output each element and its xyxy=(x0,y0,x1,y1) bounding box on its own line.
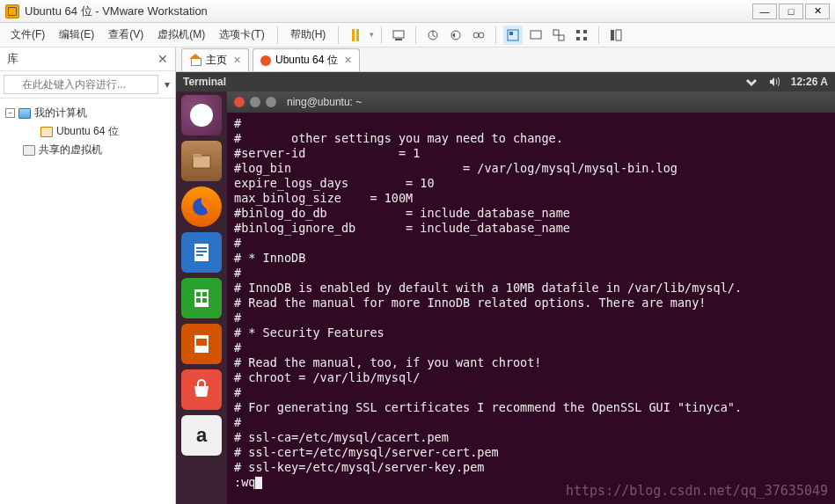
terminal-titlebar: ning@ubuntu: ~ xyxy=(227,91,835,113)
launcher-amazon-icon[interactable]: a xyxy=(181,415,222,456)
svg-rect-25 xyxy=(196,292,201,296)
vmware-icon xyxy=(5,4,19,18)
snapshot-revert-button[interactable] xyxy=(446,26,465,45)
menu-help[interactable]: 帮助(H) xyxy=(283,24,333,46)
svg-rect-11 xyxy=(576,30,580,33)
svg-rect-15 xyxy=(611,30,614,40)
svg-rect-23 xyxy=(196,254,203,256)
separator xyxy=(598,26,599,44)
computer-icon xyxy=(18,108,31,119)
launcher-files-icon[interactable] xyxy=(181,141,222,181)
svg-rect-0 xyxy=(393,31,404,38)
tab-home[interactable]: 主页 ✕ xyxy=(181,48,249,71)
svg-point-4 xyxy=(473,33,479,38)
panel-app-name: Terminal xyxy=(183,76,226,88)
vm-display[interactable]: Terminal 12:26 A xyxy=(176,72,835,504)
send-ctrl-alt-del-button[interactable] xyxy=(389,26,408,45)
svg-rect-17 xyxy=(193,156,210,168)
tree-vm-ubuntu[interactable]: Ubuntu 64 位 xyxy=(4,122,172,141)
window-titlebar: Ubuntu 64 位 - VMware Workstation — □ ✕ xyxy=(0,0,835,23)
power-dropdown[interactable]: ▼ xyxy=(367,31,376,39)
unity-button[interactable] xyxy=(549,26,568,45)
svg-rect-14 xyxy=(583,37,587,40)
clock[interactable]: 12:26 A xyxy=(791,76,828,88)
minimize-button[interactable]: — xyxy=(752,4,777,19)
launcher-impress-icon[interactable] xyxy=(181,324,222,364)
ubuntu-icon xyxy=(260,55,271,66)
window-title: Ubuntu 64 位 - VMware Workstation xyxy=(25,4,752,19)
terminal-maximize-button[interactable] xyxy=(266,97,276,107)
tree-shared-vms[interactable]: 共享的虚拟机 xyxy=(4,141,172,159)
ubuntu-top-panel: Terminal 12:26 A xyxy=(176,72,835,91)
separator xyxy=(277,26,278,44)
tree-shared-label: 共享的虚拟机 xyxy=(39,142,102,157)
tab-close-icon[interactable]: ✕ xyxy=(344,55,352,66)
menu-vm[interactable]: 虚拟机(M) xyxy=(150,24,212,46)
tab-home-label: 主页 xyxy=(206,53,227,68)
tab-ubuntu[interactable]: Ubuntu 64 位 ✕ xyxy=(253,48,360,71)
tab-close-icon[interactable]: ✕ xyxy=(233,55,241,66)
ubuntu-launcher: a xyxy=(176,91,227,504)
svg-rect-27 xyxy=(196,298,201,303)
menu-edit[interactable]: 编辑(E) xyxy=(52,24,101,46)
tree-root-label: 我的计算机 xyxy=(34,106,87,121)
svg-rect-13 xyxy=(576,37,580,40)
svg-rect-18 xyxy=(193,154,201,157)
svg-rect-21 xyxy=(196,247,207,249)
fullscreen-button[interactable] xyxy=(526,26,546,45)
thumbnail-button[interactable] xyxy=(572,26,591,45)
tree-vm-label: Ubuntu 64 位 xyxy=(56,124,119,139)
vm-tree: − 我的计算机 Ubuntu 64 位 共享的虚拟机 xyxy=(0,99,175,164)
terminal-close-button[interactable] xyxy=(234,97,245,107)
watermark: https://blog.csdn.net/qq_37635049 xyxy=(566,483,828,499)
svg-point-5 xyxy=(479,33,484,38)
fit-guest-button[interactable] xyxy=(503,26,523,45)
svg-rect-30 xyxy=(196,339,207,346)
svg-rect-26 xyxy=(202,292,207,296)
vm-icon xyxy=(40,127,53,137)
launcher-calc-icon[interactable] xyxy=(181,278,222,318)
separator xyxy=(381,26,382,44)
svg-rect-22 xyxy=(196,251,207,252)
separator xyxy=(338,26,339,44)
library-sidebar: 库 ✕ 🔍 ▾ − 我的计算机 Ubuntu 64 位 xyxy=(0,47,176,504)
terminal-body[interactable]: # # other settings you may need to chang… xyxy=(227,113,835,493)
sound-icon[interactable] xyxy=(768,77,780,87)
network-icon[interactable] xyxy=(745,77,758,87)
play-pause-button[interactable] xyxy=(346,26,365,45)
menu-view[interactable]: 查看(V) xyxy=(101,24,150,46)
separator xyxy=(495,26,496,44)
svg-rect-1 xyxy=(395,39,402,40)
launcher-software-icon[interactable] xyxy=(181,369,222,410)
home-icon xyxy=(189,55,201,66)
menubar: 文件(F) 编辑(E) 查看(V) 虚拟机(M) 选项卡(T) 帮助(H) ▼ xyxy=(0,23,835,47)
terminal-minimize-button[interactable] xyxy=(250,97,260,107)
svg-rect-7 xyxy=(509,32,513,35)
search-input[interactable] xyxy=(4,75,158,94)
launcher-writer-icon[interactable] xyxy=(181,232,222,273)
close-button[interactable]: ✕ xyxy=(805,4,830,19)
menu-tabs[interactable]: 选项卡(T) xyxy=(212,24,271,46)
terminal-window[interactable]: ning@ubuntu: ~ # # other settings you ma… xyxy=(227,91,835,504)
launcher-firefox-icon[interactable] xyxy=(181,186,222,227)
library-toggle-button[interactable] xyxy=(606,26,626,45)
tree-my-computer[interactable]: − 我的计算机 xyxy=(4,104,172,122)
snapshot-manager-button[interactable] xyxy=(469,26,488,45)
svg-rect-10 xyxy=(559,35,564,40)
sidebar-close-button[interactable]: ✕ xyxy=(157,52,168,66)
launcher-dash-icon[interactable] xyxy=(181,95,222,135)
vm-tabs: 主页 ✕ Ubuntu 64 位 ✕ xyxy=(176,47,835,72)
search-dropdown[interactable]: ▾ xyxy=(162,78,172,91)
svg-rect-28 xyxy=(202,298,207,303)
shared-icon xyxy=(23,145,35,156)
menu-file[interactable]: 文件(F) xyxy=(4,24,52,46)
svg-rect-12 xyxy=(583,30,587,33)
svg-rect-16 xyxy=(616,30,621,40)
snapshot-button[interactable] xyxy=(423,26,443,45)
separator xyxy=(415,26,416,44)
sidebar-title: 库 xyxy=(7,51,18,67)
maximize-button[interactable]: □ xyxy=(779,4,803,19)
svg-rect-9 xyxy=(553,30,559,35)
terminal-title: ning@ubuntu: ~ xyxy=(287,96,362,108)
tree-collapse-icon[interactable]: − xyxy=(5,108,15,118)
